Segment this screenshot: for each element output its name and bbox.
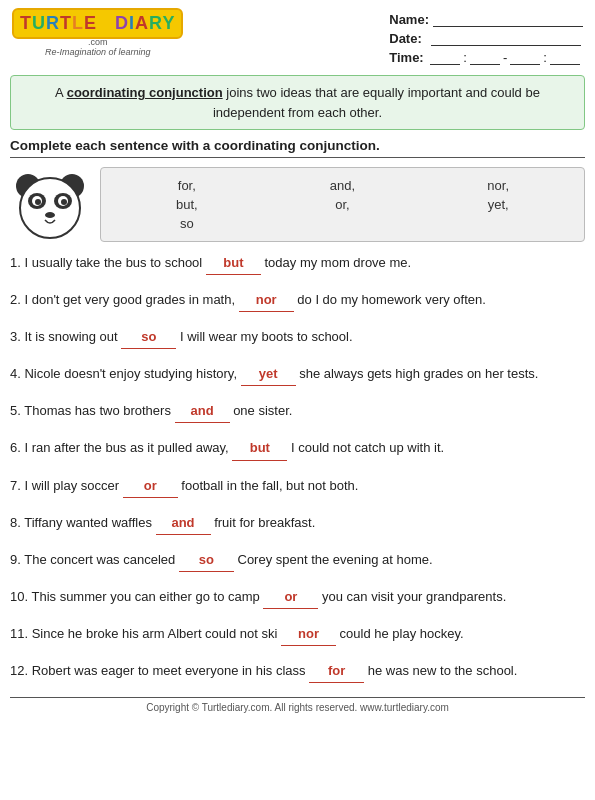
date-row: Date: (389, 31, 583, 46)
answer-2: nor (239, 289, 294, 312)
logo: TURTLE DIARY (12, 8, 183, 39)
sentence-1: 1. I usually take the bus to school but … (10, 252, 585, 275)
word-or: or, (277, 197, 409, 212)
logo-area: TURTLE DIARY .com Re-Imagination of lear… (12, 8, 183, 57)
sentence-12: 12. Robert was eager to meet everyone in… (10, 660, 585, 683)
page: TURTLE DIARY .com Re-Imagination of lear… (0, 0, 595, 800)
time-sep2: : (543, 50, 547, 65)
sentence-12-after: he was new to the school. (364, 663, 517, 678)
footer: Copyright © Turtlediary.com. All rights … (10, 697, 585, 713)
sentence-3-before: It is snowing out (24, 329, 121, 344)
sentence-11-after: could he play hockey. (336, 626, 464, 641)
sentence-1-after: today my mom drove me. (261, 255, 411, 270)
sentence-11: 11. Since he broke his arm Albert could … (10, 623, 585, 646)
num-2: 2. (10, 292, 21, 307)
word-so: so (121, 216, 253, 231)
sentence-5-after: one sister. (230, 403, 293, 418)
answer-5: and (175, 400, 230, 423)
time-minute1[interactable] (470, 51, 500, 65)
time-minute2[interactable] (510, 51, 540, 65)
date-field[interactable] (431, 32, 581, 46)
sentence-10: 10. This summer you can either go to cam… (10, 586, 585, 609)
answer-7: or (123, 475, 178, 498)
name-date-area: Name: Date: Time: : - : (389, 8, 583, 65)
sentence-3-after: I will wear my boots to school. (176, 329, 352, 344)
sentence-7-before: I will play soccer (24, 478, 122, 493)
answer-4: yet (241, 363, 296, 386)
svg-point-8 (61, 199, 67, 205)
sentence-6: 6. I ran after the bus as it pulled away… (10, 437, 585, 460)
sentence-9: 9. The concert was canceled so Corey spe… (10, 549, 585, 572)
panda-image (10, 164, 90, 244)
svg-point-7 (35, 199, 41, 205)
time-label: Time: (389, 50, 427, 65)
answer-8: and (156, 512, 211, 535)
sentence-6-before: I ran after the bus as it pulled away, (24, 440, 232, 455)
answer-6: but (232, 437, 287, 460)
answer-10: or (263, 586, 318, 609)
sentence-5-before: Thomas has two brothers (24, 403, 174, 418)
word-bank-box: for, and, nor, but, or, yet, so (100, 167, 585, 242)
sentence-4-before: Nicole doesn't enjoy studying history, (24, 366, 240, 381)
word-for: for, (121, 178, 253, 193)
word-bank-area: for, and, nor, but, or, yet, so (10, 164, 585, 244)
date-label: Date: (389, 31, 427, 46)
time-dash: - (503, 50, 507, 65)
sentence-2-before: I don't get very good grades in math, (24, 292, 238, 307)
sentence-12-before: Robert was eager to meet everyone in his… (32, 663, 309, 678)
num-6: 6. (10, 440, 21, 455)
num-12: 12. (10, 663, 28, 678)
sentence-7-after: football in the fall, but not both. (178, 478, 359, 493)
sentence-8: 8. Tiffany wanted waffles and fruit for … (10, 512, 585, 535)
name-row: Name: (389, 12, 583, 27)
sentence-1-before: I usually take the bus to school (24, 255, 205, 270)
svg-point-9 (45, 212, 55, 218)
answer-12: for (309, 660, 364, 683)
info-prefix: A (55, 85, 67, 100)
sentence-10-before: This summer you can either go to camp (31, 589, 263, 604)
time-hour[interactable] (430, 51, 460, 65)
name-field[interactable] (433, 13, 583, 27)
sentence-4-after: she always gets high grades on her tests… (296, 366, 539, 381)
num-3: 3. (10, 329, 21, 344)
sentence-7: 7. I will play soccer or football in the… (10, 475, 585, 498)
logo-tagline: Re-Imagination of learning (45, 47, 151, 57)
sentence-2-after: do I do my homework very often. (294, 292, 486, 307)
time-sep1: : (463, 50, 467, 65)
time-row: Time: : - : (389, 50, 583, 65)
logo-com: .com (88, 37, 108, 47)
answer-11: nor (281, 623, 336, 646)
instruction: Complete each sentence with a coordinati… (10, 138, 585, 153)
num-11: 11. (10, 626, 28, 641)
info-term: coordinating conjunction (67, 85, 223, 100)
sentence-8-before: Tiffany wanted waffles (24, 515, 155, 530)
divider (10, 157, 585, 158)
word-nor: nor, (432, 178, 564, 193)
word-yet: yet, (432, 197, 564, 212)
sentence-3: 3. It is snowing out so I will wear my b… (10, 326, 585, 349)
num-4: 4. (10, 366, 21, 381)
answer-1: but (206, 252, 261, 275)
sentence-10-after: you can visit your grandparents. (318, 589, 506, 604)
sentence-5: 5. Thomas has two brothers and one siste… (10, 400, 585, 423)
num-5: 5. (10, 403, 21, 418)
answer-9: so (179, 549, 234, 572)
num-1: 1. (10, 255, 21, 270)
info-suffix: joins two ideas that are equally importa… (213, 85, 540, 120)
svg-point-2 (20, 178, 80, 238)
info-box: A coordinating conjunction joins two ide… (10, 75, 585, 130)
sentence-4: 4. Nicole doesn't enjoy studying history… (10, 363, 585, 386)
header: TURTLE DIARY .com Re-Imagination of lear… (0, 0, 595, 69)
num-10: 10. (10, 589, 28, 604)
sentence-2: 2. I don't get very good grades in math,… (10, 289, 585, 312)
answer-3: so (121, 326, 176, 349)
num-7: 7. (10, 478, 21, 493)
word-and: and, (277, 178, 409, 193)
time-second[interactable] (550, 51, 580, 65)
sentence-8-after: fruit for breakfast. (211, 515, 316, 530)
sentence-11-before: Since he broke his arm Albert could not … (32, 626, 281, 641)
word-but: but, (121, 197, 253, 212)
name-label: Name: (389, 12, 429, 27)
sentence-9-before: The concert was canceled (24, 552, 179, 567)
num-9: 9. (10, 552, 21, 567)
